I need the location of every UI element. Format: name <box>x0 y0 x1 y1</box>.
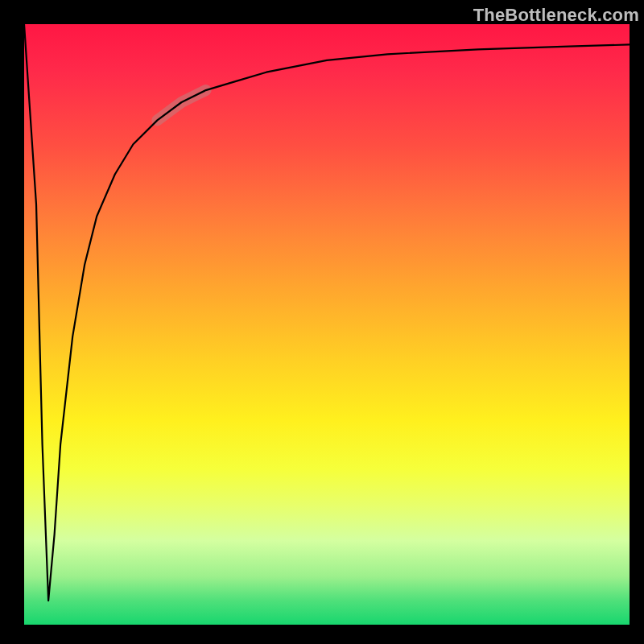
branding-watermark: TheBottleneck.com <box>473 5 639 26</box>
curve-layer <box>24 24 630 625</box>
chart-frame: TheBottleneck.com <box>0 0 644 644</box>
bottleneck-curve <box>24 24 630 601</box>
